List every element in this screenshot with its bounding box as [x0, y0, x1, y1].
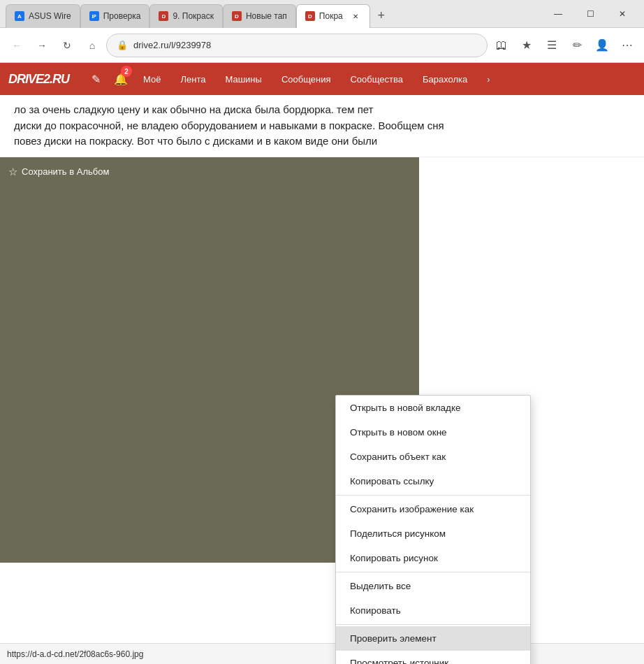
- nav-lenta[interactable]: Лента: [170, 63, 215, 95]
- tab-proverka[interactable]: IP Проверка: [80, 4, 150, 28]
- save-album-button[interactable]: ☆ Сохранить в Альбом: [8, 166, 109, 178]
- nav-notifications[interactable]: 🔔 2: [108, 63, 133, 95]
- content-line1: ло за очень сладкую цену и как обычно на…: [14, 102, 630, 118]
- lock-icon: 🔒: [117, 40, 128, 50]
- forward-button[interactable]: →: [31, 34, 53, 57]
- context-copy[interactable]: Копировать: [336, 598, 530, 623]
- title-bar: A ASUS Wire IP Проверка D 9. Покраск D Н…: [0, 0, 644, 28]
- back-button[interactable]: ←: [6, 34, 28, 57]
- tab-label-asus: ASUS Wire: [29, 11, 71, 21]
- tab-favicon-ip: IP: [89, 11, 99, 21]
- url-text: drive2.ru/l/9239978: [133, 40, 477, 50]
- tab-group: A ASUS Wire IP Проверка D 9. Покраск D Н…: [6, 0, 542, 28]
- context-view-source[interactable]: Просмотреть источник: [336, 651, 530, 665]
- tab-pokrask[interactable]: D 9. Покраск: [149, 4, 223, 28]
- context-save-image[interactable]: Сохранить изображение как: [336, 497, 530, 521]
- toolbar-right: 🕮 ★ ☰ ✏ 👤 ⋯: [490, 34, 638, 57]
- profile-icon[interactable]: 👤: [591, 34, 613, 57]
- tab-close-button[interactable]: ✕: [350, 10, 361, 22]
- nav-soobshcheniya[interactable]: Сообщения: [272, 63, 341, 95]
- context-separator-3: [336, 624, 530, 625]
- star-icon: ☆: [8, 166, 17, 178]
- site-nav: 🔔 2 Моё Лента Машины Сообщения Сообществ…: [108, 63, 636, 95]
- nav-moe[interactable]: Моё: [133, 63, 170, 95]
- context-separator-2: [336, 572, 530, 572]
- tab-favicon-d3: D: [159, 11, 168, 21]
- site-logo[interactable]: DRIVE2.RU: [8, 72, 69, 87]
- nav-soobshchestva[interactable]: Сообщества: [340, 63, 413, 95]
- content-line3: повез диски на покраску. Вот что было с …: [14, 133, 630, 150]
- close-button[interactable]: ✕: [606, 0, 638, 28]
- tab-favicon-d4: D: [232, 11, 242, 21]
- nav-barakholka[interactable]: Барахолка: [413, 63, 477, 95]
- hub-icon[interactable]: ☰: [541, 34, 563, 57]
- address-field[interactable]: 🔒 drive2.ru/l/9239978: [106, 34, 488, 57]
- nav-more[interactable]: ›: [477, 63, 499, 95]
- address-bar: ← → ↻ ⌂ 🔒 drive2.ru/l/9239978 🕮 ★ ☰ ✏ 👤 …: [0, 28, 644, 63]
- content-line2: диски до покрасочной, не владею оборудов…: [14, 118, 630, 134]
- context-copy-link[interactable]: Копировать ссылку: [336, 469, 530, 493]
- content-text: ло за очень сладкую цену и как обычно на…: [0, 95, 644, 157]
- save-album-label: Сохранить в Альбом: [22, 166, 109, 177]
- nav-icon-image[interactable]: ✎: [83, 63, 108, 95]
- context-menu: Открыть в новой вкладке Открыть в новом …: [335, 395, 531, 665]
- tab-label-proverka: Проверка: [103, 11, 141, 21]
- new-tab-button[interactable]: +: [370, 4, 393, 28]
- tab-label-pokra: Покра: [319, 11, 343, 21]
- content-area: ☆ Сохранить в Альбом Открыть в новой вкл…: [0, 157, 644, 653]
- context-copy-image[interactable]: Копировать рисунок: [336, 546, 530, 570]
- nav-mashiny[interactable]: Машины: [215, 63, 271, 95]
- tab-favicon-asus: A: [15, 11, 24, 21]
- notes-icon[interactable]: ✏: [566, 34, 588, 57]
- minimize-button[interactable]: —: [542, 0, 574, 28]
- home-button[interactable]: ⌂: [81, 34, 103, 57]
- site-header: DRIVE2.RU ✎ 🔔 2 Моё Лента Машины Сообщен…: [0, 63, 644, 95]
- page-content: ло за очень сладкую цену и как обычно на…: [0, 95, 644, 664]
- status-url: https://d-a.d-cd.net/2f08ac6s-960.jpg: [7, 649, 143, 659]
- tab-label-pokrask: 9. Покраск: [173, 11, 214, 21]
- context-open-new-window[interactable]: Открыть в новом окне: [336, 420, 530, 445]
- more-icon[interactable]: ⋯: [616, 34, 638, 57]
- tab-asus-wire[interactable]: A ASUS Wire: [6, 4, 80, 28]
- context-inspect-element[interactable]: Проверить элемент: [336, 626, 530, 651]
- notification-badge: 2: [121, 66, 132, 77]
- tab-label-novye: Новые тап: [246, 11, 287, 21]
- browser-frame: A ASUS Wire IP Проверка D 9. Покраск D Н…: [0, 0, 644, 664]
- context-share-image[interactable]: Поделиться рисунком: [336, 521, 530, 546]
- reader-mode-icon[interactable]: 🕮: [490, 34, 513, 57]
- context-open-new-tab[interactable]: Открыть в новой вкладке: [336, 396, 530, 420]
- status-bar: https://d-a.d-cd.net/2f08ac6s-960.jpg: [0, 643, 644, 664]
- maximize-button[interactable]: ☐: [574, 0, 606, 28]
- context-save-object[interactable]: Сохранить объект как: [336, 445, 530, 469]
- tab-favicon-d5: D: [305, 11, 315, 21]
- tab-novye[interactable]: D Новые тап: [223, 4, 296, 28]
- context-select-all[interactable]: Выделить все: [336, 574, 530, 598]
- context-separator-1: [336, 495, 530, 496]
- window-controls: — ☐ ✕: [542, 0, 638, 28]
- refresh-button[interactable]: ↻: [56, 34, 78, 57]
- favorites-icon[interactable]: ★: [515, 34, 538, 57]
- tab-pokra-active[interactable]: D Покра ✕: [296, 4, 370, 28]
